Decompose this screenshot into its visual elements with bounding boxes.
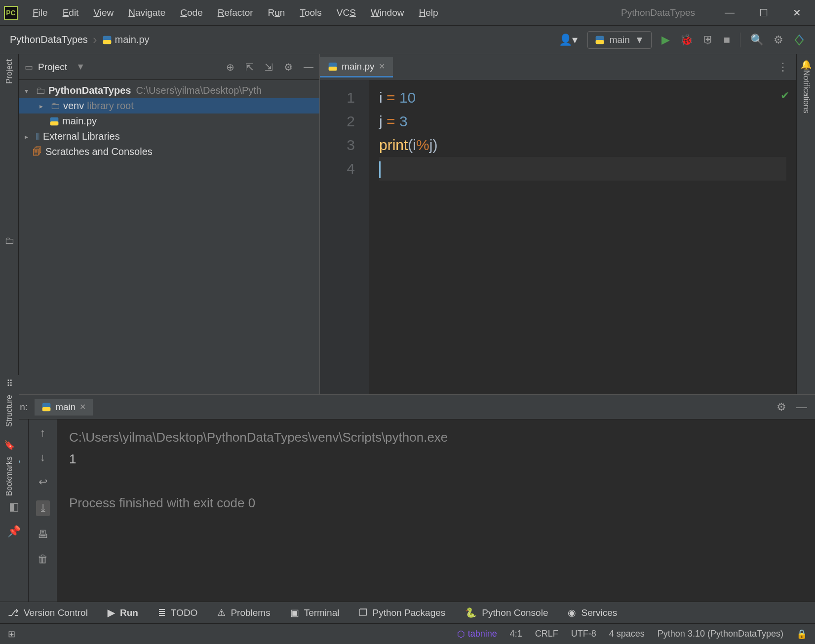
python-file-icon <box>102 35 112 45</box>
editor-tab-mainpy[interactable]: main.py ✕ <box>320 57 393 77</box>
lock-icon[interactable]: 🔒 <box>796 629 807 640</box>
run-button[interactable]: ▶ <box>661 34 670 46</box>
bookmarks-icon[interactable]: 🔖 <box>4 440 15 451</box>
structure-tool-tab[interactable]: Structure <box>5 395 14 427</box>
tree-root[interactable]: ▾ 🗀 PythonDataTypes C:\Users\yilma\Deskt… <box>19 83 319 98</box>
search-button[interactable]: 🔍 <box>750 34 764 46</box>
interpreter-widget[interactable]: Python 3.10 (PythonDataTypes) <box>658 629 783 639</box>
project-tool-tab[interactable]: Project <box>5 59 14 84</box>
code-token: % <box>416 137 429 153</box>
terminal-tab[interactable]: ▣Terminal <box>290 607 340 618</box>
notifications-icon[interactable]: 🔔 <box>801 59 812 70</box>
bottom-tool-bar: ⎇Version Control ▶Run ≣TODO ⚠Problems ▣T… <box>0 602 815 623</box>
trash-icon[interactable]: 🗑 <box>38 553 48 566</box>
breadcrumb-project[interactable]: PythonDataTypes <box>10 34 88 45</box>
python-packages-tab[interactable]: ❒Python Packages <box>359 607 445 618</box>
hexagon-icon: ⬡ <box>457 629 465 640</box>
print-icon[interactable]: 🖶 <box>38 528 48 541</box>
tabnine-widget[interactable]: ⬡tabnine <box>457 629 497 640</box>
terminal-icon: ▣ <box>290 607 299 618</box>
menu-edit[interactable]: Edit <box>63 7 79 18</box>
panel-settings-icon[interactable]: ⚙ <box>284 61 293 73</box>
titlebar: PC File Edit View Navigate Code Refactor… <box>0 0 815 26</box>
indent-setting[interactable]: 4 spaces <box>609 629 645 639</box>
tree-mainpy[interactable]: main.py <box>19 114 319 129</box>
tool-window-icon[interactable]: ⊞ <box>8 629 15 640</box>
tree-external-libraries[interactable]: ▸ ⫴ External Libraries <box>19 129 319 144</box>
services-tab[interactable]: ◉Services <box>568 607 617 618</box>
tree-venv[interactable]: ▸ 🗀 venv library root <box>19 98 319 114</box>
chevron-right-icon[interactable]: ▸ <box>39 102 47 110</box>
editor-menu-icon[interactable]: ⋮ <box>777 61 788 74</box>
menu-refactor[interactable]: Refactor <box>218 7 253 18</box>
tree-scratches[interactable]: 🗐 Scratches and Consoles <box>19 144 319 159</box>
up-arrow-icon[interactable]: ↑ <box>40 426 45 439</box>
maximize-button[interactable]: ☐ <box>759 7 768 19</box>
code-token: = <box>387 89 395 106</box>
todo-label: TODO <box>171 607 198 618</box>
pycharm-icon: PC <box>4 6 18 20</box>
version-control-tab[interactable]: ⎇Version Control <box>8 607 88 618</box>
menu-code[interactable]: Code <box>180 7 202 18</box>
minimize-button[interactable]: — <box>725 7 735 19</box>
close-button[interactable]: ✕ <box>793 7 801 19</box>
run-tab[interactable]: main ✕ <box>35 399 93 416</box>
hide-panel-icon[interactable]: — <box>304 61 313 73</box>
console-output[interactable]: C:\Users\yilma\Desktop\PythonDataTypes\v… <box>57 419 815 602</box>
chevron-right-icon[interactable]: ▸ <box>25 133 33 141</box>
cursor-position[interactable]: 4:1 <box>510 629 522 639</box>
bookmarks-tool-tab[interactable]: Bookmarks <box>5 456 14 496</box>
stop-button[interactable]: ■ <box>724 34 730 46</box>
collapse-all-icon[interactable]: ⇲ <box>265 61 273 73</box>
line-separator[interactable]: CRLF <box>535 629 558 639</box>
editor-area: main.py ✕ ⋮ 1 2 3 4 ✔ i = 10 j = 3 print… <box>320 54 796 394</box>
select-opened-file-icon[interactable]: ⊕ <box>226 61 234 73</box>
menu-navigate[interactable]: Navigate <box>128 7 165 18</box>
problems-tab[interactable]: ⚠Problems <box>217 607 270 618</box>
menu-run[interactable]: Run <box>268 7 285 18</box>
inspection-ok-icon[interactable]: ✔ <box>780 87 789 104</box>
settings-button[interactable]: ⚙ <box>774 34 783 46</box>
expand-all-icon[interactable]: ⇱ <box>245 61 254 73</box>
menu-file[interactable]: File <box>33 7 48 18</box>
soft-wrap-icon[interactable]: ↩ <box>39 476 47 489</box>
run-settings-icon[interactable]: ⚙ <box>776 401 786 414</box>
svg-rect-3 <box>595 40 604 44</box>
chevron-down-icon[interactable]: ▾ <box>25 87 33 95</box>
menu-tools[interactable]: Tools <box>300 7 321 18</box>
pin-icon[interactable]: 📌 <box>7 525 21 538</box>
code-with-me-icon[interactable] <box>793 34 805 46</box>
breadcrumb-file[interactable]: main.py <box>102 34 150 45</box>
dropdown-arrow-icon: ▼ <box>635 35 644 45</box>
scroll-to-end-icon[interactable]: ⤓ <box>36 500 50 516</box>
menu-view[interactable]: View <box>93 7 114 18</box>
run-config-selector[interactable]: main ▼ <box>587 31 652 49</box>
user-icon[interactable]: 👤▾ <box>559 34 578 46</box>
code-body[interactable]: ✔ i = 10 j = 3 print(i%j) <box>369 80 796 394</box>
todo-tab[interactable]: ≣TODO <box>158 607 198 618</box>
terminal-label: Terminal <box>304 607 340 618</box>
tab-close-icon[interactable]: ✕ <box>79 402 86 412</box>
code-token: i <box>379 89 383 106</box>
files-icon[interactable]: 🗀 <box>4 235 14 246</box>
structure-icon[interactable]: ⠿ <box>6 378 13 389</box>
run-tab[interactable]: ▶Run <box>108 607 138 618</box>
hide-run-panel-icon[interactable]: — <box>796 401 807 414</box>
python-console-tab[interactable]: 🐍Python Console <box>465 607 548 618</box>
tree-venv-label: venv <box>63 100 84 112</box>
menu-window[interactable]: Window <box>371 7 404 18</box>
scratch-icon: 🗐 <box>33 146 42 157</box>
project-panel-title[interactable]: Project <box>38 62 67 73</box>
file-encoding[interactable]: UTF-8 <box>571 629 596 639</box>
notifications-tool-tab[interactable]: Notifications <box>802 70 811 113</box>
coverage-button[interactable]: ⛨ <box>703 34 714 46</box>
code-editor[interactable]: 1 2 3 4 ✔ i = 10 j = 3 print(i%j) <box>320 80 796 394</box>
menu-vcs[interactable]: VCS <box>337 7 356 18</box>
code-token: 3 <box>399 113 408 129</box>
tab-close-icon[interactable]: ✕ <box>379 62 385 71</box>
dropdown-arrow-icon[interactable]: ▼ <box>76 62 85 72</box>
layout-icon[interactable]: ◧ <box>9 500 19 513</box>
menu-help[interactable]: Help <box>419 7 438 18</box>
debug-button[interactable]: 🐞 <box>680 34 693 46</box>
down-arrow-icon[interactable]: ↓ <box>40 451 45 464</box>
